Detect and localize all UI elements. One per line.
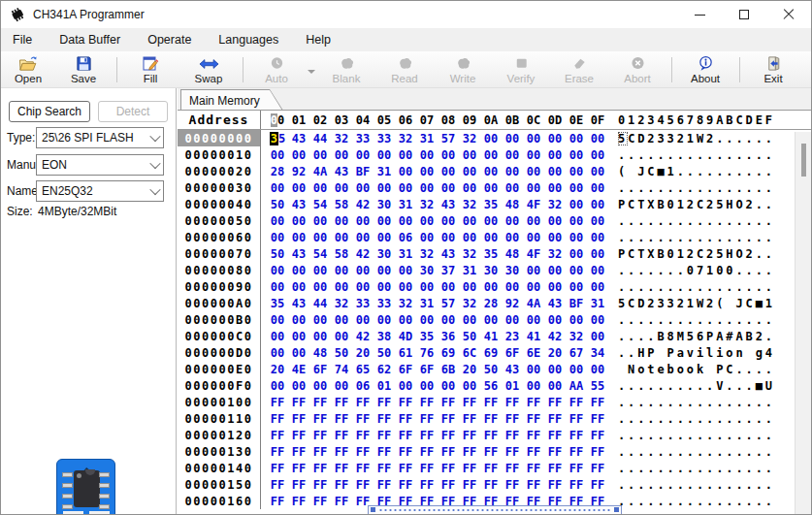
hex-ascii[interactable]: ..........V...■U xyxy=(618,379,783,393)
menu-help[interactable]: Help xyxy=(296,30,341,49)
hex-byte[interactable]: FF xyxy=(502,429,523,442)
hex-ascii[interactable]: ................ xyxy=(618,214,783,228)
hex-byte[interactable]: 00 xyxy=(566,181,587,195)
hex-byte[interactable]: FF xyxy=(288,396,309,409)
hex-byte[interactable]: FF xyxy=(523,429,544,442)
hex-byte[interactable]: 00 xyxy=(587,198,608,211)
hex-byte[interactable]: 6E xyxy=(523,346,544,360)
hex-byte[interactable]: 28 xyxy=(267,165,288,178)
hex-byte[interactable]: 56 xyxy=(480,379,502,393)
hex-byte[interactable]: 00 xyxy=(523,379,544,393)
hex-byte[interactable]: 00 xyxy=(523,165,544,178)
manu-select[interactable]: EON xyxy=(36,154,164,176)
hex-byte[interactable]: FF xyxy=(459,429,480,442)
hex-byte[interactable]: 00 xyxy=(331,280,352,294)
hex-address[interactable]: 00000030 xyxy=(178,179,261,196)
hex-byte[interactable]: 00 xyxy=(267,148,288,162)
hex-byte[interactable]: FF xyxy=(374,445,395,459)
hex-byte[interactable]: 00 xyxy=(566,313,587,327)
hex-byte[interactable]: 00 xyxy=(587,363,608,376)
hex-byte[interactable]: FF xyxy=(502,445,523,459)
hex-byte[interactable]: 00 xyxy=(523,363,544,376)
hex-ascii[interactable]: ................ xyxy=(618,462,783,475)
hex-byte[interactable]: 00 xyxy=(566,280,587,294)
hex-byte[interactable]: 00 xyxy=(416,148,438,162)
hex-byte[interactable]: 00 xyxy=(267,280,288,294)
hex-byte[interactable]: 00 xyxy=(523,132,544,145)
hex-byte[interactable]: 58 xyxy=(331,198,352,211)
hex-byte[interactable]: 00 xyxy=(416,231,438,244)
hex-byte[interactable]: FF xyxy=(587,445,608,459)
hex-byte[interactable]: 00 xyxy=(566,264,587,277)
hex-byte[interactable]: 00 xyxy=(267,264,288,277)
hex-byte[interactable]: FF xyxy=(267,429,288,442)
hex-address[interactable]: 000000B0 xyxy=(178,311,261,328)
hex-byte[interactable]: 32 xyxy=(459,132,480,145)
hex-byte[interactable]: 00 xyxy=(416,280,438,294)
hex-byte[interactable]: 00 xyxy=(544,181,566,195)
hex-byte[interactable]: 32 xyxy=(544,198,566,211)
hex-byte[interactable]: FF xyxy=(523,445,544,459)
hex-byte[interactable]: FF xyxy=(416,478,438,492)
hex-byte[interactable]: 6C xyxy=(459,346,480,360)
hex-byte[interactable]: 6F xyxy=(309,363,331,376)
hex-byte[interactable]: FF xyxy=(395,445,416,459)
hex-ascii[interactable]: ................ xyxy=(618,396,783,409)
hex-byte[interactable]: 4A xyxy=(523,297,544,310)
hex-byte[interactable]: FF xyxy=(395,429,416,442)
hex-byte[interactable]: 50 xyxy=(374,346,395,360)
hex-byte[interactable]: 00 xyxy=(352,313,374,327)
tab-main-memory[interactable]: Main Memory xyxy=(180,89,283,111)
hex-byte[interactable]: FF xyxy=(459,412,480,426)
hex-byte[interactable]: FF xyxy=(288,412,309,426)
hex-address[interactable]: 00000160 xyxy=(178,493,261,509)
hex-byte[interactable]: 43 xyxy=(544,297,566,310)
hex-byte[interactable]: 00 xyxy=(288,330,309,343)
hex-byte[interactable]: FF xyxy=(374,462,395,475)
hex-byte[interactable]: FF xyxy=(416,462,438,475)
hex-byte[interactable]: 00 xyxy=(309,313,331,327)
hex-byte[interactable]: FF xyxy=(566,445,587,459)
hex-ascii[interactable]: ................ xyxy=(618,495,783,508)
minimize-button[interactable] xyxy=(677,1,722,28)
hex-byte[interactable]: 00 xyxy=(331,214,352,228)
hex-address[interactable]: 00000000 xyxy=(178,130,261,146)
hex-byte[interactable]: 00 xyxy=(416,181,438,195)
hex-ascii[interactable]: Notebook PC.... xyxy=(618,363,783,376)
hex-byte[interactable]: 00 xyxy=(352,148,374,162)
hex-byte[interactable]: 6F xyxy=(395,363,416,376)
hex-byte[interactable]: 35 xyxy=(480,247,502,261)
hex-byte[interactable]: 20 xyxy=(267,363,288,376)
hex-byte[interactable]: 34 xyxy=(587,346,608,360)
hex-ascii[interactable]: ................ xyxy=(618,181,783,195)
hex-byte[interactable]: 00 xyxy=(587,214,608,228)
hex-ascii[interactable]: 5CD23321W2( JC■1 xyxy=(618,297,783,310)
hex-byte[interactable]: 00 xyxy=(544,280,566,294)
hex-byte[interactable]: 31 xyxy=(459,264,480,277)
hex-byte[interactable]: FF xyxy=(267,462,288,475)
hex-byte[interactable]: 00 xyxy=(587,264,608,277)
hex-byte[interactable]: FF xyxy=(352,478,374,492)
hex-byte[interactable]: 43 xyxy=(438,198,459,211)
hex-byte[interactable]: 43 xyxy=(288,247,309,261)
hex-byte[interactable]: 00 xyxy=(587,181,608,195)
hex-byte[interactable]: FF xyxy=(309,478,331,492)
hex-byte[interactable]: FF xyxy=(331,462,352,475)
hex-byte[interactable]: FF xyxy=(309,412,331,426)
hex-byte[interactable]: 00 xyxy=(374,214,395,228)
hex-byte[interactable]: 00 xyxy=(374,280,395,294)
hex-byte[interactable]: 00 xyxy=(566,132,587,145)
hex-byte[interactable]: 00 xyxy=(459,148,480,162)
hex-byte[interactable]: FF xyxy=(395,396,416,409)
exit-button[interactable]: Exit xyxy=(744,51,802,87)
hex-byte[interactable]: 00 xyxy=(331,330,352,343)
hex-byte[interactable]: 00 xyxy=(374,181,395,195)
hex-byte[interactable]: 00 xyxy=(331,313,352,327)
hex-byte[interactable]: 00 xyxy=(523,264,544,277)
hex-byte[interactable]: 00 xyxy=(267,231,288,244)
hex-byte[interactable]: 00 xyxy=(438,313,459,327)
hex-byte[interactable]: 00 xyxy=(438,379,459,393)
type-select[interactable]: 25\26 SPI FLASH xyxy=(36,127,164,148)
hex-address[interactable]: 00000120 xyxy=(178,427,261,443)
hex-byte[interactable]: FF xyxy=(288,445,309,459)
